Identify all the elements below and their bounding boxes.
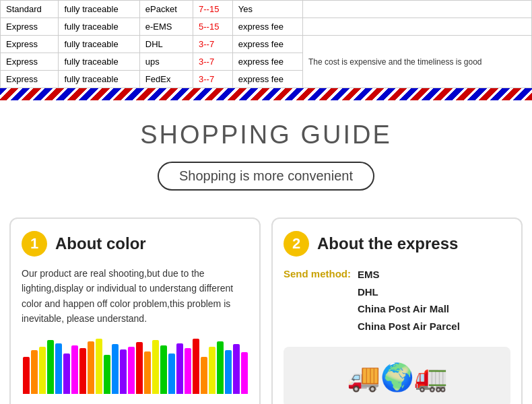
- pencil: [176, 343, 183, 394]
- card-number-1: 1: [22, 231, 47, 257]
- fee-cell: Yes: [232, 1, 302, 18]
- pencil: [128, 347, 135, 394]
- cards-row: 1 About color Our product are real shoot…: [0, 204, 532, 404]
- tracking-cell: fully traceable: [59, 1, 139, 18]
- days-cell: 5--15: [199, 22, 219, 32]
- shopping-guide-title: SHOPPING GUIDE: [13, 121, 519, 149]
- days-cell: 3--7: [199, 74, 214, 84]
- days-cell: 3--7: [199, 57, 214, 67]
- days-cell: 3--7: [193, 36, 233, 53]
- pencil: [160, 345, 167, 394]
- pencil: [185, 348, 191, 394]
- card-express: 2 About the express Send method: EMSDHLC…: [271, 217, 523, 404]
- pencil: [136, 342, 143, 394]
- note-cell: [303, 1, 532, 18]
- fee-cell: express fee: [232, 36, 302, 53]
- pencil: [193, 339, 199, 394]
- card-express-header: 2 About the express: [284, 231, 510, 257]
- pencil: [47, 340, 54, 394]
- days-cell: 5--15: [193, 18, 233, 36]
- service-cell: ePacket: [139, 1, 193, 18]
- pencil: [71, 345, 78, 394]
- service-cell: ups: [139, 53, 193, 71]
- fee-cell: express fee: [232, 71, 302, 88]
- pencil: [225, 350, 232, 394]
- shipping-table: Standard fully traceable ePacket 7--15 Y…: [0, 0, 532, 88]
- fee-cell: express fee: [232, 18, 302, 36]
- card-color: 1 About color Our product are real shoot…: [9, 217, 261, 404]
- pencil: [120, 349, 127, 394]
- service-cell: FedEx: [139, 71, 193, 88]
- tracking-cell: fully traceable: [59, 36, 139, 53]
- type-cell: Express: [1, 53, 59, 71]
- card-number-2: 2: [284, 231, 309, 257]
- send-method-item: EMS: [358, 266, 460, 283]
- pencil: [209, 347, 215, 394]
- note-cell: [303, 18, 532, 36]
- type-cell: Express: [1, 71, 59, 88]
- pencil: [55, 343, 62, 394]
- pencil: [233, 344, 240, 394]
- pencil: [31, 350, 38, 394]
- table-row: Express fully traceable e-EMS 5--15 expr…: [1, 18, 532, 36]
- service-cell: e-EMS: [139, 18, 193, 36]
- send-method-item: China Post Air Mall: [358, 300, 460, 318]
- stripe-divider: [0, 88, 532, 100]
- card-body-2: Send method: EMSDHLChina Post Air MallCh…: [284, 266, 510, 335]
- truck-illustration: 🚚🌍🚛: [284, 347, 510, 404]
- days-cell: 7--15: [193, 1, 233, 18]
- pencil: [63, 354, 70, 394]
- card-color-header: 1 About color: [22, 231, 248, 257]
- pencil: [168, 354, 175, 394]
- days-cell: 3--7: [193, 71, 233, 88]
- service-cell: DHL: [139, 36, 193, 53]
- shopping-guide-section: SHOPPING GUIDE Shopping is more convenie…: [0, 100, 532, 204]
- pencil: [217, 341, 224, 394]
- send-method-item: China Post Air Parcel: [358, 318, 460, 335]
- card-title-1: About color: [55, 234, 146, 253]
- pencil: [104, 355, 110, 394]
- pencil: [112, 344, 119, 394]
- pencil: [241, 352, 248, 394]
- shopping-guide-subtitle: Shopping is more convenient: [158, 162, 374, 191]
- pencil: [201, 357, 207, 394]
- tracking-cell: fully traceable: [59, 71, 139, 88]
- pencils-illustration: [22, 333, 248, 394]
- tracking-cell: fully traceable: [59, 18, 139, 36]
- tracking-cell: fully traceable: [59, 53, 139, 71]
- days-cell: 3--7: [199, 39, 214, 49]
- card-body-1: Our product are real shooting,but due to…: [22, 266, 248, 327]
- table-row: Express fully traceable DHL 3--7 express…: [1, 36, 532, 53]
- days-cell: 3--7: [193, 53, 233, 71]
- pencil: [88, 341, 94, 394]
- send-method-label: Send method:: [284, 268, 351, 279]
- table-row: Standard fully traceable ePacket 7--15 Y…: [1, 1, 532, 18]
- fee-cell: express fee: [232, 53, 302, 71]
- pencil: [23, 357, 30, 394]
- days-cell: 7--15: [199, 4, 219, 14]
- pencil: [39, 347, 46, 394]
- note-cell: The cost is expensive and the timeliness…: [303, 36, 532, 88]
- pencil: [96, 339, 102, 394]
- pencil: [152, 340, 159, 394]
- send-method-item: DHL: [358, 283, 460, 301]
- pencil: [79, 348, 86, 394]
- pencil: [144, 351, 151, 394]
- send-methods: EMSDHLChina Post Air MallChina Post Air …: [358, 266, 460, 335]
- card-title-2: About the express: [317, 234, 458, 253]
- type-cell: Standard: [1, 1, 59, 18]
- type-cell: Express: [1, 36, 59, 53]
- type-cell: Express: [1, 18, 59, 36]
